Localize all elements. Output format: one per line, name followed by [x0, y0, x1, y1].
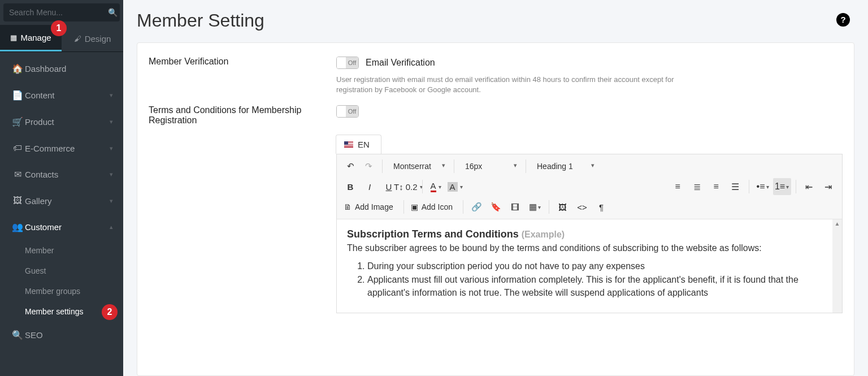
sidebar-item-label: Gallery	[25, 196, 52, 206]
sidebar-item-label: SEO	[25, 330, 43, 340]
list-ol-button[interactable]: 1≡▾	[773, 178, 791, 195]
sidebar-item-label: E-Commerce	[25, 144, 75, 153]
brush-icon: 🖌	[74, 34, 81, 43]
users-icon: 👥	[10, 222, 25, 232]
heading-select[interactable]: Heading 1	[531, 159, 598, 174]
align-justify-icon: ☰	[730, 181, 740, 192]
sidebar: 🔍 ▦ Manage 🖌 Design 1 🏠 Dashboard 📄 Cont…	[0, 0, 123, 376]
bookmark-icon: 🔖	[491, 202, 501, 212]
font-color-icon: A	[431, 181, 436, 192]
picture-button[interactable]: 🖼	[554, 198, 572, 215]
video-icon: 🎞	[511, 202, 519, 212]
sidebar-item-ecommerce[interactable]: 🏷 E-Commerce ▾	[0, 135, 123, 161]
lang-tab-en[interactable]: EN	[336, 135, 381, 154]
home-icon: 🏠	[10, 63, 25, 74]
tab-design[interactable]: 🖌 Design	[62, 25, 123, 51]
add-icon-button[interactable]: ▣ Add Icon	[409, 202, 458, 211]
table-button[interactable]: ▦▾	[526, 198, 544, 215]
grid-icon: ▦	[10, 33, 17, 42]
sidebar-nav: 🏠 Dashboard 📄 Content ▾ 🛒 Product ▾ 🏷 E-…	[0, 52, 123, 376]
video-button[interactable]: 🎞	[506, 198, 524, 215]
sidebar-item-customer[interactable]: 👥 Customer ▴	[0, 214, 123, 240]
terms-li-2: Applicants must fill out various informa…	[367, 274, 822, 299]
tab-design-label: Design	[85, 34, 111, 44]
terms-list: During your subscription period you do n…	[367, 260, 822, 299]
subitem-guest[interactable]: Guest	[0, 261, 123, 281]
help-button[interactable]: ?	[836, 13, 850, 27]
editor-scrollbar[interactable]: ▲	[832, 219, 842, 313]
paragraph-button[interactable]: ¶	[592, 198, 610, 215]
sidebar-item-content[interactable]: 📄 Content ▾	[0, 82, 123, 109]
indent-button[interactable]: ⇥	[819, 178, 837, 195]
menu-search-input[interactable]	[9, 8, 108, 17]
code-view-button[interactable]: <>	[573, 198, 591, 215]
sidebar-item-product[interactable]: 🛒 Product ▾	[0, 109, 123, 135]
letter-spacing-icon: T↕	[394, 182, 403, 192]
subitem-member[interactable]: Member	[0, 240, 123, 261]
pilcrow-icon: ¶	[599, 202, 604, 212]
flag-us-icon	[344, 141, 353, 148]
indent-icon: ⇥	[823, 181, 834, 192]
list-ul-button[interactable]: •≡▾	[754, 178, 772, 195]
terms-example: (Example)	[522, 230, 565, 239]
link-icon: 🔗	[471, 202, 482, 212]
add-image-button[interactable]: 🗎 Add Image	[341, 202, 399, 211]
font-color-button[interactable]: A▾	[427, 178, 445, 195]
toggle-state: Off	[346, 57, 358, 68]
italic-icon: I	[368, 182, 371, 192]
fill-color-icon: A	[448, 182, 458, 192]
bg-color-button[interactable]: A▾	[446, 178, 464, 195]
sidebar-item-gallery[interactable]: 🖼 Gallery ▾	[0, 188, 123, 214]
letter-spacing-button[interactable]: T↕0.2▾	[399, 178, 418, 195]
tab-manage-label: Manage	[20, 33, 51, 42]
chevron-down-icon: ▾	[110, 197, 113, 205]
bookmark-button[interactable]: 🔖	[487, 198, 505, 215]
file-icon: 📄	[10, 90, 25, 101]
chevron-down-icon: ▾	[110, 145, 113, 152]
lang-tab-label: EN	[358, 140, 370, 149]
align-justify-button[interactable]: ☰	[726, 178, 744, 195]
toggle-email-verification[interactable]: Off	[336, 57, 359, 69]
align-left-icon: ≡	[672, 181, 683, 192]
sidebar-item-label: Dashboard	[25, 64, 66, 74]
editor-toolbar: ↶ ↷ Montserrat 16px Heading 1	[337, 154, 842, 219]
align-left-button[interactable]: ≡	[669, 178, 687, 195]
code-icon: <>	[577, 202, 587, 212]
align-center-button[interactable]: ≣	[688, 178, 706, 195]
link-button[interactable]: 🔗	[468, 198, 486, 215]
scroll-up-icon: ▲	[832, 221, 842, 227]
editor-content[interactable]: Subscription Terms and Conditions (Examp…	[337, 219, 832, 313]
row-member-verification: Member Verification Off Email Verificati…	[149, 57, 843, 95]
search-icon: 🔍	[10, 330, 25, 340]
redo-icon: ↷	[365, 161, 372, 171]
sidebar-item-label: Product	[25, 117, 54, 127]
font-family-select[interactable]: Montserrat	[387, 159, 449, 174]
search-icon: 🔍	[108, 8, 118, 17]
undo-button[interactable]: ↶	[341, 158, 359, 175]
align-right-button[interactable]: ≡	[707, 178, 725, 195]
sidebar-item-dashboard[interactable]: 🏠 Dashboard	[0, 55, 123, 82]
sidebar-item-seo[interactable]: 🔍 SEO	[0, 322, 123, 348]
italic-button[interactable]: I	[361, 178, 379, 195]
sidebar-item-label: Content	[25, 90, 55, 100]
desc-email-verification: User registration with email must do ema…	[336, 75, 698, 95]
subitem-member-groups[interactable]: Member groups	[0, 281, 123, 301]
customer-submenu: Member Guest Member groups Member settin…	[0, 240, 123, 322]
sidebar-item-contacts[interactable]: ✉ Contacts ▾	[0, 161, 123, 188]
font-size-select[interactable]: 16px	[459, 159, 521, 174]
label-terms: Terms and Conditions for Membership Regi…	[149, 105, 325, 313]
image-file-icon: 🗎	[344, 202, 351, 211]
badge-2: 2	[102, 304, 118, 320]
toggle-terms[interactable]: Off	[336, 105, 359, 118]
image-icon: 🖼	[10, 196, 25, 206]
bold-icon: B	[348, 182, 354, 192]
tag-icon: 🏷	[10, 143, 25, 153]
terms-li-1: During your subscription period you do n…	[367, 260, 822, 273]
subitem-member-settings[interactable]: Member settings 2	[0, 301, 123, 322]
outdent-icon: ⇤	[804, 181, 814, 192]
redo-button[interactable]: ↷	[359, 158, 377, 175]
bold-button[interactable]: B	[341, 178, 359, 195]
outdent-button[interactable]: ⇤	[800, 178, 818, 195]
main: Member Setting ? Member Verification Off…	[123, 0, 868, 376]
menu-search[interactable]: 🔍	[3, 3, 120, 21]
